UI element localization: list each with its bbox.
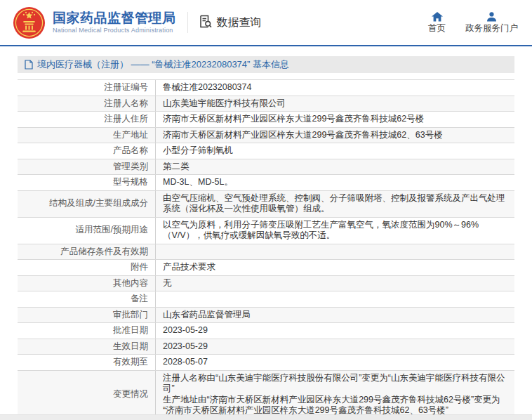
table-row: 备注: [18, 291, 514, 308]
user-icon: [486, 12, 497, 22]
header-divider: [187, 12, 188, 33]
row-label-cell: 其他内容: [18, 276, 156, 291]
main-content: 境内医疗器械（注册） —— “鲁械注准20232080374” 基本信息 注册证…: [0, 46, 532, 420]
row-label: 管理类别: [113, 162, 148, 173]
table-row: 有效期至 2028-05-07: [18, 355, 514, 371]
org-titles: 国家药品监督管理局 National Medical Products Admi…: [53, 11, 176, 34]
table-row: 结构及组成/主要组成成分 由空气压缩机、空气预处理系统、控制阀、分子筛吸附塔、控…: [18, 191, 514, 218]
table-row: 审批部门 山东省药品监督管理局: [18, 308, 514, 324]
row-label: 注册证编号: [105, 82, 149, 93]
table-row: 管理类别 第二类: [18, 159, 514, 176]
header-nav: 首页 政务服务门户: [428, 12, 532, 33]
row-label: 生产地址: [113, 130, 148, 141]
row-label-cell: 管理类别: [18, 159, 156, 175]
nav-gov-portal-label: 政务服务门户: [465, 24, 518, 33]
row-value: 2028-05-07: [156, 355, 514, 370]
row-value: 山东省药品监督管理局: [156, 308, 514, 323]
row-label-cell: 型号规格: [18, 175, 156, 190]
table-row: 适用范围/预期用途 以空气为原料，利用分子筛变压吸附工艺生产富氧空气，氧浓度范围…: [18, 218, 514, 244]
breadcrumb-text: 境内医疗器械（注册） —— “鲁械注准20232080374” 基本信息: [37, 58, 289, 71]
row-label: 其他内容: [113, 278, 148, 289]
nav-home-label: 首页: [428, 24, 446, 33]
row-label-cell: 批准日期: [18, 323, 156, 339]
row-value: MD-3L、MD-5L。: [156, 175, 514, 190]
row-label-cell: 审批部门: [18, 308, 156, 323]
row-value: 由空气压缩机、空气预处理系统、控制阀、分子筛吸附塔、控制及报警系统及产出气处理系…: [156, 191, 514, 217]
table-row: 生产地址 济南市天桥区新材料产业园区梓东大道299号鑫茂齐鲁科技城62、63号楼: [18, 128, 514, 144]
nav-home[interactable]: 首页: [428, 12, 446, 33]
row-label: 变更情况: [113, 389, 148, 400]
row-label-cell: 产品储存条件及有效期: [18, 244, 156, 260]
row-value: 注册人名称由“山东美迪宇能医疗科技股份有限公司”变更为“山东美迪宇能医疗科技有限…: [156, 371, 514, 419]
table-row: 变更情况 注册人名称由“山东美迪宇能医疗科技股份有限公司”变更为“山东美迪宇能医…: [18, 371, 514, 419]
row-label-cell: 产品名称: [18, 143, 156, 159]
row-label: 有效期至: [113, 357, 148, 368]
row-value: 以空气为原料，利用分子筛变压吸附工艺生产富氧空气，氧浓度范围为90%～96%（V…: [156, 218, 514, 244]
row-label-cell: 生效日期: [18, 339, 156, 355]
table-row: 注册人名称 山东美迪宇能医疗科技有限公司: [18, 96, 514, 112]
row-label: 适用范围/预期用途: [76, 225, 148, 236]
row-label: 注册人住所: [105, 114, 149, 125]
row-label-cell: 注册人名称: [18, 96, 156, 112]
table-row: 产品储存条件及有效期: [18, 244, 514, 261]
table-row: 型号规格 MD-3L、MD-5L。: [18, 175, 514, 191]
row-value: 山东美迪宇能医疗科技有限公司: [156, 96, 514, 112]
row-label-cell: 附件: [18, 260, 156, 275]
row-label-cell: 结构及组成/主要组成成分: [18, 191, 156, 217]
row-value: 小型分子筛制氧机: [156, 143, 514, 159]
row-value: 2023-05-29: [156, 339, 514, 355]
site-header: 国家药品监督管理局 National Medical Products Admi…: [0, 0, 532, 46]
org-name-zh: 国家药品监督管理局: [53, 11, 176, 26]
home-icon: [432, 12, 443, 22]
nav-gov-portal[interactable]: 政务服务门户: [465, 12, 518, 33]
row-value: 济南市天桥区新材料产业园区梓东大道299号鑫茂齐鲁科技城62、63号楼: [156, 128, 514, 143]
table-row: 生效日期 2023-05-29: [18, 339, 514, 355]
row-label: 结构及组成/主要组成成分: [49, 198, 148, 209]
table-row: 产品名称 小型分子筛制氧机: [18, 143, 514, 159]
footer-strip: [0, 414, 532, 420]
row-label-cell: 注册人住所: [18, 112, 156, 127]
row-label: 产品储存条件及有效期: [60, 247, 148, 258]
table-row: 附件 产品技术要求: [18, 260, 514, 276]
row-label-cell: 生产地址: [18, 128, 156, 143]
row-value: 产品技术要求: [156, 260, 514, 275]
table-row: 批准日期 2023-05-29: [18, 323, 514, 339]
national-emblem-icon: [13, 6, 46, 39]
info-table: 注册证编号 鲁械注准20232080374 注册人名称 山东美迪宇能医疗科技有限…: [18, 79, 514, 420]
row-value: 济南市天桥区新材料产业园区梓东大道299号鑫茂齐鲁科技城62号楼: [156, 112, 514, 127]
row-value: 2023-05-29: [156, 323, 514, 339]
row-value: 无: [156, 276, 514, 291]
row-label: 产品名称: [113, 145, 148, 157]
row-label-cell: 适用范围/预期用途: [18, 218, 156, 244]
row-label: 生效日期: [113, 341, 148, 353]
row-label-cell: 变更情况: [18, 371, 156, 419]
row-value: [156, 291, 514, 307]
data-query-label: 数据查询: [217, 15, 262, 30]
row-label-cell: 备注: [18, 291, 156, 307]
row-label: 批准日期: [113, 325, 148, 336]
document-icon: [25, 60, 33, 70]
row-value: 鲁械注准20232080374: [156, 80, 514, 96]
row-label: 注册人名称: [105, 98, 149, 110]
table-row: 其他内容 无: [18, 276, 514, 292]
row-label: 附件: [131, 262, 148, 273]
row-label-cell: 有效期至: [18, 355, 156, 370]
org-name-en: National Medical Products Administration: [53, 27, 176, 34]
row-label-cell: 注册证编号: [18, 80, 156, 96]
data-query-icon: [198, 14, 213, 32]
nmpa-logo-link[interactable]: 国家药品监督管理局 National Medical Products Admi…: [13, 6, 176, 39]
row-label: 备注: [131, 294, 148, 305]
row-label: 审批部门: [113, 310, 148, 321]
row-label: 型号规格: [113, 177, 148, 188]
row-value: [156, 244, 514, 260]
breadcrumb: 境内医疗器械（注册） —— “鲁械注准20232080374” 基本信息: [18, 56, 514, 73]
table-row: 注册证编号 鲁械注准20232080374: [18, 80, 514, 96]
data-query-tab[interactable]: 数据查询: [198, 14, 262, 32]
table-row: 注册人住所 济南市天桥区新材料产业园区梓东大道299号鑫茂齐鲁科技城62号楼: [18, 112, 514, 128]
row-value: 第二类: [156, 159, 514, 175]
